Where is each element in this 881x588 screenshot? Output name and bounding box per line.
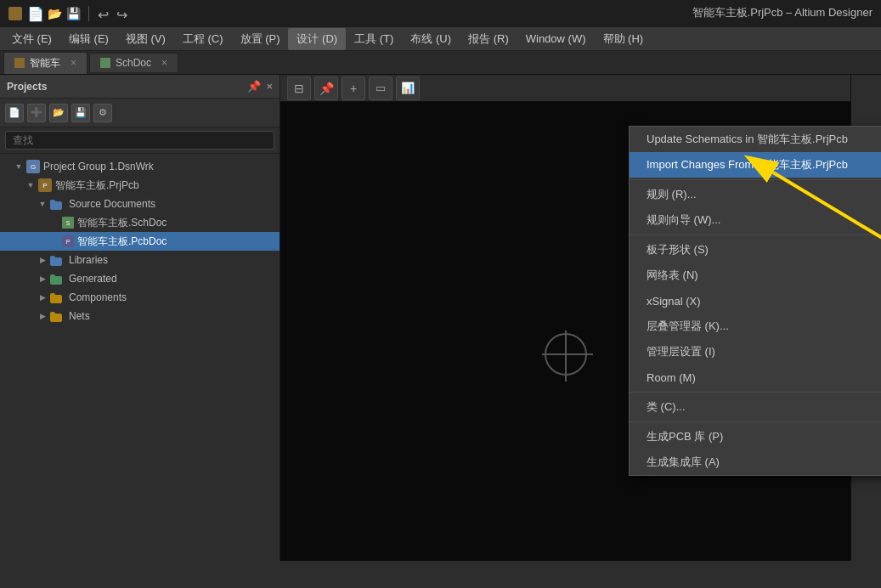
menu-update-sch[interactable]: Update Schematics in 智能车主板.PrjPcb (630, 127, 881, 152)
menu-file[interactable]: 文件 (E) (3, 28, 60, 50)
tab-schdoc-close-icon[interactable]: × (161, 57, 167, 69)
panel-controls: 📌 × (247, 80, 273, 93)
search-bar (0, 127, 280, 154)
menu-rules-wizard[interactable]: 规则向导 (W)... (630, 207, 881, 233)
layer-stack-label: 层叠管理器 (K)... (647, 319, 729, 334)
expand-source-icon: ▼ (37, 200, 48, 208)
expand-project-icon: ▼ (25, 181, 36, 189)
comp-folder-icon (50, 293, 62, 302)
source-docs-label: Source Documents (69, 198, 155, 210)
project-group-label: Project Group 1.DsnWrk (43, 161, 154, 172)
tree-generated[interactable]: ▶ Generated (0, 269, 280, 288)
menu-gen-pcb-lib[interactable]: 生成PCB 库 (P) (630, 424, 881, 449)
gen-int-lib-label: 生成集成库 (A) (647, 455, 720, 470)
menu-gen-int-lib[interactable]: 生成集成库 (A) (630, 449, 881, 475)
menu-layer-stack[interactable]: 层叠管理器 (K)... (630, 314, 881, 339)
redo-icon[interactable]: ↪ (116, 7, 130, 20)
tab-schdoc[interactable]: SchDoc × (89, 53, 178, 72)
tab-close-icon[interactable]: × (71, 57, 76, 69)
tree-pcbdoc[interactable]: P 智能车主板.PcbDoc (0, 232, 280, 251)
menu-classes[interactable]: 类 (C)... (630, 394, 881, 420)
generated-label: Generated (69, 273, 117, 285)
tree-project[interactable]: ▼ P 智能车主板.PrjPcb (0, 176, 280, 195)
project-tree: ▼ G Project Group 1.DsnWrk ▼ P 智能车主板.Prj… (0, 154, 280, 561)
chart-btn[interactable]: 📊 (396, 76, 420, 100)
title-icons: 📄 📂 💾 ↩ ↪ (8, 6, 130, 21)
netlist-label: 网络表 (N) (647, 268, 698, 283)
rules-wizard-label: 规则向导 (W)... (647, 212, 720, 228)
menu-import-changes[interactable]: Import Changes From 智能车主板.PrjPcb (630, 152, 881, 178)
open-icon[interactable]: 📂 (48, 7, 61, 20)
title-bar: 📄 📂 💾 ↩ ↪ 智能车主板.PrjPcb – Altium Designer (0, 0, 881, 27)
tree-schdoc[interactable]: S 智能车主板.SchDoc (0, 213, 280, 232)
tab-schdoc-icon (100, 58, 110, 68)
tree-source-docs[interactable]: ▼ Source Documents (0, 195, 280, 213)
pin-btn[interactable]: 📌 (314, 76, 338, 100)
proj-settings-btn[interactable]: ⚙ (93, 104, 112, 122)
menu-board-shape[interactable]: 板子形状 (S) ▶ (630, 237, 881, 263)
menu-report[interactable]: 报告 (R) (460, 28, 517, 50)
pcb-file-icon: P (62, 235, 74, 247)
menu-tools[interactable]: 工具 (T) (346, 28, 402, 50)
xsignal-label: xSignal (X) (647, 295, 701, 308)
app-icon (8, 7, 22, 20)
menu-place[interactable]: 放置 (P) (232, 28, 289, 50)
search-input[interactable] (5, 131, 274, 150)
proj-new-btn[interactable]: 📄 (5, 104, 24, 122)
panel-pin-btn[interactable]: 📌 (247, 80, 261, 93)
expand-comp-icon: ▶ (37, 293, 48, 302)
tab-main-label: 智能车 (30, 56, 60, 71)
content-toolbar: ⊟ 📌 + ▭ 📊 (280, 75, 881, 102)
menu-design[interactable]: 设计 (D) (288, 28, 346, 50)
content-area: ⊟ 📌 + ▭ 📊 Update Schematics in 智能车主板.Prj… (280, 75, 881, 561)
menu-route[interactable]: 布线 (U) (402, 28, 460, 50)
layer-mgmt-label: 管理层设置 (I) (647, 344, 715, 359)
menu-edit[interactable]: 编辑 (E) (60, 28, 117, 50)
tree-components[interactable]: ▶ Components (0, 288, 280, 307)
proj-open-btn[interactable]: 📂 (49, 104, 68, 122)
sep (88, 6, 89, 21)
menu-layer-mgmt[interactable]: 管理层设置 (I) ▶ (630, 339, 881, 365)
menu-view[interactable]: 视图 (V) (117, 28, 174, 50)
pcbdoc-label: 智能车主板.PcbDoc (77, 235, 167, 249)
gen-folder-icon (50, 274, 62, 284)
frame-btn[interactable]: ▭ (369, 76, 392, 100)
rules-label: 规则 (R)... (647, 187, 697, 202)
panel-close-btn[interactable]: × (266, 80, 273, 93)
crosshair (545, 333, 587, 376)
add-btn[interactable]: + (342, 76, 365, 100)
schdoc-label: 智能车主板.SchDoc (77, 216, 167, 230)
components-label: Components (69, 291, 127, 303)
classes-label: 类 (C)... (647, 399, 686, 415)
tab-main[interactable]: 智能车 × (3, 52, 88, 74)
project-label: 智能车主板.PrjPcb (55, 178, 139, 193)
menu-netlist[interactable]: 网络表 (N) ▶ (630, 263, 881, 288)
projects-toolbar: 📄 ➕ 📂 💾 ⚙ (0, 99, 280, 127)
proj-save-btn[interactable]: 💾 (71, 104, 90, 122)
menu-rules[interactable]: 规则 (R)... (630, 182, 881, 207)
proj-add-btn[interactable]: ➕ (27, 104, 46, 122)
menu-sep-2 (630, 235, 881, 235)
menu-project[interactable]: 工程 (C) (174, 28, 232, 50)
update-sch-label: Update Schematics in 智能车主板.PrjPcb (647, 132, 848, 147)
menu-xsignal[interactable]: xSignal (X) ▶ (630, 288, 881, 314)
expand-nets-icon: ▶ (37, 312, 48, 320)
undo-icon[interactable]: ↩ (98, 7, 111, 20)
tree-nets[interactable]: ▶ Nets (0, 307, 280, 325)
menu-room[interactable]: Room (M) ▶ (630, 365, 881, 390)
sch-file-icon: S (62, 217, 74, 229)
tree-project-group[interactable]: ▼ G Project Group 1.DsnWrk (0, 157, 280, 176)
menu-bar: 文件 (E) 编辑 (E) 视图 (V) 工程 (C) 放置 (P) 设计 (D… (0, 27, 881, 51)
design-dropdown-menu: Update Schematics in 智能车主板.PrjPcb Import… (629, 126, 881, 476)
group-icon: G (26, 160, 40, 173)
tree-libraries[interactable]: ▶ Libraries (0, 251, 280, 269)
menu-sep-1 (630, 179, 881, 180)
save-icon[interactable]: 💾 (66, 7, 80, 20)
room-label: Room (M) (647, 371, 696, 384)
menu-help[interactable]: 帮助 (H) (595, 28, 652, 50)
main-layout: Projects 📌 × 📄 ➕ 📂 💾 ⚙ ▼ G Project Group… (0, 75, 881, 561)
filter-btn[interactable]: ⊟ (287, 76, 311, 100)
source-folder-icon (50, 200, 62, 209)
new-icon[interactable]: 📄 (27, 6, 42, 21)
menu-window[interactable]: Window (W) (517, 29, 595, 48)
